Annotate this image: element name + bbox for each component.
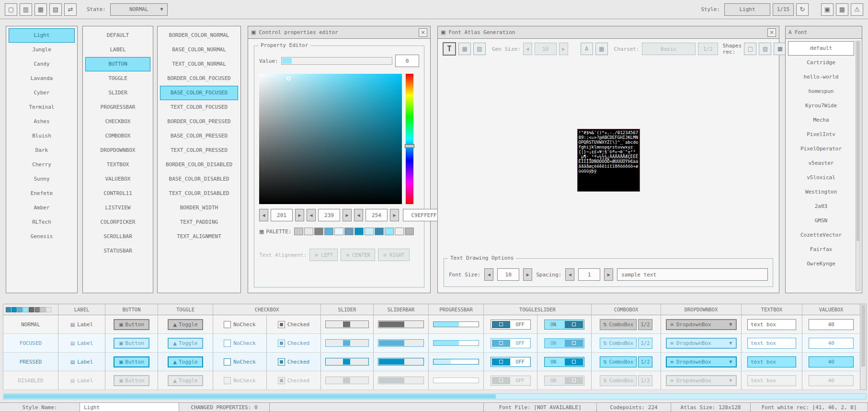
red-value-box[interactable]: 201	[271, 209, 293, 221]
combobox-control[interactable]: ⇅ComboBox1/2	[600, 319, 652, 330]
style-list-item[interactable]: Lavanda	[9, 71, 75, 86]
font-list-item[interactable]: homespun	[788, 84, 854, 99]
atlas-grid-mode-button[interactable]: ▨	[473, 43, 486, 55]
shapes-rec-button-1[interactable]: □	[744, 43, 756, 55]
toggle-slider-off[interactable]: OFF	[491, 338, 531, 348]
control-list-item[interactable]: DEFAULT	[85, 28, 150, 43]
font-list-item[interactable]: Mecha	[788, 113, 854, 127]
font-list-item[interactable]: Cartridge	[788, 56, 854, 70]
palette-color-swatch[interactable]	[304, 228, 313, 235]
green-value-box[interactable]: 239	[318, 209, 340, 221]
property-list-item[interactable]: BASE_COLOR_FOCUSED	[160, 86, 238, 100]
property-list-item[interactable]: TEXT_COLOR_NORMAL	[160, 57, 238, 71]
control-list-item[interactable]: DROPDOWNBOX	[85, 143, 150, 158]
align-center-button[interactable]: ≡ CENTER	[341, 249, 375, 261]
palette-color-swatch[interactable]	[324, 228, 333, 235]
control-list-item[interactable]: CONTROL11	[85, 186, 150, 201]
sliderbar-control[interactable]	[378, 339, 424, 347]
style-list-item[interactable]: Sunny	[9, 172, 75, 186]
property-list-item[interactable]: BASE_COLOR_NORMAL	[160, 43, 238, 57]
checkbox-control[interactable]: Checked	[278, 377, 309, 384]
toggle-slider-off[interactable]: OFF	[491, 320, 531, 330]
combobox-control[interactable]: ⇅ComboBox1/2	[600, 375, 652, 386]
button-control[interactable]: ▣Button	[114, 356, 149, 367]
combobox-button[interactable]: ⇅ComboBox	[600, 375, 637, 386]
blue-value-box[interactable]: 254	[365, 209, 388, 221]
style-list-item[interactable]: Candy	[9, 57, 75, 71]
valuebox-control[interactable]: 40	[809, 338, 854, 349]
control-list-item[interactable]: VALUEBOX	[85, 172, 150, 186]
button-control[interactable]: ▣Button	[114, 338, 149, 349]
toggle-control[interactable]: ▲Toggle	[168, 319, 203, 330]
slider-handle[interactable]	[343, 340, 350, 346]
textbox-control[interactable]: text box	[747, 319, 796, 330]
font-list-item[interactable]: hello-world	[788, 70, 854, 84]
atlas-image-mode-button[interactable]: ▦	[458, 43, 471, 55]
control-list-item[interactable]: COMBOBOX	[85, 129, 150, 143]
shapes-rec-button-3[interactable]: ■	[774, 43, 786, 55]
control-list-item[interactable]: TEXTBOX	[85, 158, 150, 172]
property-list-item[interactable]: BORDER_COLOR_PRESSED	[160, 114, 238, 129]
control-list-item[interactable]: SLIDER	[85, 86, 150, 100]
preview-vertical-scrollbar[interactable]	[860, 304, 867, 390]
control-list-item[interactable]: LISTVIEW	[85, 201, 150, 215]
gen-size-decrement-button[interactable]: ◀	[523, 43, 532, 55]
align-right-button[interactable]: ≡ RIGHT	[378, 249, 409, 261]
valuebox-control[interactable]: 40	[809, 356, 854, 367]
palette-color-swatch[interactable]	[395, 228, 404, 235]
style-list-item[interactable]: Ashes	[9, 114, 75, 129]
shapes-rec-button-2[interactable]: ▨	[759, 43, 771, 55]
style-list-item[interactable]: Cherry	[9, 158, 75, 172]
textbox-control[interactable]: text box	[747, 375, 796, 386]
editor-close-button[interactable]: ×	[419, 28, 427, 37]
combobox-button[interactable]: ⇅ComboBox	[600, 338, 637, 349]
random-style-button[interactable]: ⇄	[64, 3, 77, 16]
font-charset-button[interactable]: A	[581, 43, 593, 55]
property-list-item[interactable]: BORDER_COLOR_DISABLED	[160, 158, 238, 172]
toggle-slider-on[interactable]: ON	[544, 357, 584, 367]
palette-color-swatch[interactable]	[344, 228, 354, 235]
style-list-item[interactable]: Bluish	[9, 129, 75, 143]
font-list-item[interactable]: v5easter	[788, 156, 854, 171]
toggle-slider-on[interactable]: ON	[544, 320, 584, 330]
font-size-decrement-button[interactable]: ◀	[484, 268, 493, 281]
text-mode-button[interactable]: T	[443, 42, 456, 56]
sliderbar-control[interactable]	[378, 377, 424, 384]
dropdownbox-control[interactable]: ≡DropdownBox▼	[666, 338, 737, 349]
gen-size-value-box[interactable]: 10	[535, 43, 557, 55]
charset-page-button[interactable]: 1/2	[698, 43, 718, 55]
slider-control[interactable]	[325, 320, 369, 328]
atlas-window-titlebar[interactable]: ▣ Font Atlas Generation ×	[438, 26, 779, 39]
blue-increment-button[interactable]: ▶	[390, 209, 399, 221]
combobox-control[interactable]: ⇅ComboBox1/2	[600, 338, 652, 349]
toggle-slider-on[interactable]: ON	[544, 338, 584, 348]
style-selector[interactable]: Light	[724, 3, 770, 16]
color-panel[interactable]	[259, 74, 402, 204]
palette-color-swatch[interactable]	[294, 228, 303, 235]
style-name-input[interactable]: Light	[80, 402, 179, 412]
toggle-slider-off[interactable]: OFF	[491, 357, 531, 367]
font-list-item[interactable]: v5loxical	[788, 171, 854, 185]
slider-control[interactable]	[325, 358, 369, 366]
slider-handle[interactable]	[343, 359, 350, 365]
dropdownbox-control[interactable]: ≡DropdownBox▼	[666, 356, 737, 367]
control-list-item[interactable]: LABEL	[85, 43, 150, 57]
horizontal-scrollbar[interactable]	[3, 393, 867, 400]
palette-color-swatch[interactable]	[354, 228, 364, 235]
style-list-item[interactable]: Amber	[9, 201, 75, 215]
property-list-item[interactable]: TEXT_COLOR_FOCUSED	[160, 100, 238, 114]
font-list-item[interactable]: GMSN	[788, 214, 854, 228]
font-list-scrollbar[interactable]	[856, 41, 860, 291]
state-dropdown[interactable]: NORMAL ▼	[110, 3, 168, 16]
font-list-item[interactable]: OwreKynge	[788, 257, 854, 271]
style-list-item[interactable]: Jungle	[9, 43, 75, 57]
style-list-item[interactable]: Enefete	[9, 186, 75, 201]
gen-size-increment-button[interactable]: ▶	[559, 43, 568, 55]
control-list-item[interactable]: BUTTON	[85, 57, 150, 71]
font-list-item[interactable]: PixelIntv	[788, 127, 854, 142]
value-box[interactable]: 0	[395, 55, 419, 67]
combobox-counter[interactable]: 1/2	[638, 319, 652, 330]
property-list-item[interactable]: BORDER_COLOR_NORMAL	[160, 28, 238, 43]
scrollbar-thumb[interactable]	[857, 42, 859, 241]
dropdownbox-control[interactable]: ≡DropdownBox▼	[666, 319, 737, 330]
